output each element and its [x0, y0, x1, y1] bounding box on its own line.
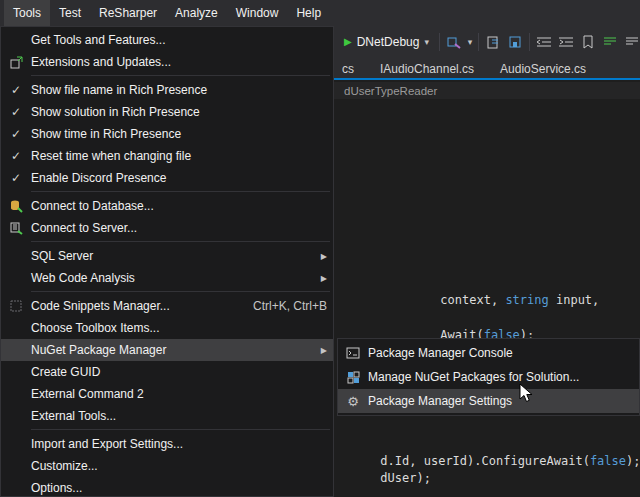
submenu-item-package-manager-settings[interactable]: ⚙ Package Manager Settings	[338, 389, 639, 413]
console-icon	[338, 347, 368, 359]
menu-item-label: Extensions and Updates...	[31, 55, 327, 69]
menu-item-enable-discord-presence[interactable]: ✓ Enable Discord Presence	[1, 167, 333, 189]
submenu-item-manage-nuget-packages[interactable]: Manage NuGet Packages for Solution...	[338, 365, 639, 389]
code-text: context,	[440, 293, 505, 307]
menu-item-options[interactable]: Options...	[1, 477, 333, 497]
menu-item-nuget-package-manager[interactable]: NuGet Package Manager ▶	[1, 339, 333, 361]
menu-item-web-code-analysis[interactable]: Web Code Analysis ▶	[1, 267, 333, 289]
bookmark-icon[interactable]	[580, 33, 596, 51]
menu-item-extensions-and-updates[interactable]: Extensions and Updates...	[1, 51, 333, 73]
submenu-item-label: Package Manager Settings	[368, 394, 633, 408]
open-file-icon[interactable]	[485, 33, 501, 51]
menu-item-external-tools[interactable]: External Tools...	[1, 405, 333, 427]
menu-item-import-export-settings[interactable]: Import and Export Settings...	[1, 433, 333, 455]
menu-item-label: Connect to Server...	[31, 221, 327, 235]
checkmark-icon: ✓	[1, 83, 31, 97]
menu-item-label: Web Code Analysis	[31, 271, 313, 285]
tab-iaudiochannel[interactable]: IAudioChannel.cs	[380, 62, 474, 76]
tools-menu: Get Tools and Features... Extensions and…	[0, 26, 334, 497]
gear-icon: ⚙	[338, 394, 368, 409]
menu-item-customize[interactable]: Customize...	[1, 455, 333, 477]
submenu-item-package-manager-console[interactable]: Package Manager Console	[338, 341, 639, 365]
menu-item-label: External Command 2	[31, 387, 327, 401]
menu-item-get-tools-and-features[interactable]: Get Tools and Features...	[1, 29, 333, 51]
database-icon	[1, 199, 31, 213]
menu-separator	[31, 241, 330, 242]
comment-icon[interactable]	[602, 33, 618, 51]
menu-item-label: Reset time when changing file	[31, 149, 327, 163]
menu-item-choose-toolbox-items[interactable]: Choose Toolbox Items...	[1, 317, 333, 339]
breadcrumb-member[interactable]: dUserTypeReader	[344, 85, 437, 97]
code-snippets-icon	[1, 300, 31, 312]
tab-partial[interactable]: cs	[342, 62, 354, 76]
menu-item-label: Get Tools and Features...	[31, 33, 327, 47]
save-all-icon[interactable]	[507, 33, 523, 51]
menu-item-code-snippets-manager[interactable]: Code Snippets Manager... Ctrl+K, Ctrl+B	[1, 295, 333, 317]
menubar-item-analyze[interactable]: Analyze	[166, 0, 227, 26]
toolbar-separator	[439, 33, 440, 51]
menu-item-label: Show time in Rich Presence	[31, 127, 327, 141]
chevron-down-icon[interactable]: ▾	[468, 37, 473, 47]
menu-item-label: Create GUID	[31, 365, 327, 379]
menu-item-reset-time-changing-file[interactable]: ✓ Reset time when changing file	[1, 145, 333, 167]
server-icon	[1, 221, 31, 235]
menu-item-show-solution-rich-presence[interactable]: ✓ Show solution in Rich Presence	[1, 101, 333, 123]
toolbar-separator	[478, 33, 479, 51]
menu-item-external-command-2[interactable]: External Command 2	[1, 383, 333, 405]
nuget-submenu: Package Manager Console Manage NuGet Pac…	[337, 338, 640, 416]
run-config-dropdown[interactable]: ▶ DNetDebug ▾	[340, 33, 433, 51]
menubar-item-help[interactable]: Help	[287, 0, 330, 26]
menu-item-create-guid[interactable]: Create GUID	[1, 361, 333, 383]
start-debug-icon[interactable]: ▶	[344, 36, 352, 47]
checkmark-icon: ✓	[1, 127, 31, 141]
indent-icon[interactable]	[558, 33, 574, 51]
toolbar-separator	[529, 33, 530, 51]
submenu-arrow-icon: ▶	[313, 252, 327, 261]
nuget-packages-icon	[338, 371, 368, 384]
menu-item-show-time-rich-presence[interactable]: ✓ Show time in Rich Presence	[1, 123, 333, 145]
submenu-item-label: Manage NuGet Packages for Solution...	[368, 370, 633, 384]
menu-item-label: Enable Discord Presence	[31, 171, 327, 185]
menu-separator	[31, 75, 330, 76]
menu-item-label: Import and Export Settings...	[31, 437, 327, 451]
checkmark-icon: ✓	[1, 105, 31, 119]
attach-to-process-icon[interactable]	[446, 33, 462, 51]
code-text: input,	[549, 293, 600, 307]
tab-audioservice[interactable]: AudioService.cs	[500, 62, 586, 76]
code-keyword: false	[590, 454, 626, 468]
menu-item-connect-to-server[interactable]: Connect to Server...	[1, 217, 333, 239]
menu-item-label: SQL Server	[31, 249, 313, 263]
menubar-item-resharper[interactable]: ReSharper	[90, 0, 166, 26]
code-fragment: se);	[337, 485, 409, 497]
menu-item-sql-server[interactable]: SQL Server ▶	[1, 245, 333, 267]
menu-item-label: Code Snippets Manager...	[31, 299, 235, 313]
menu-item-show-file-name-rich-presence[interactable]: ✓ Show file name in Rich Presence	[1, 79, 333, 101]
menu-item-connect-to-database[interactable]: Connect to Database...	[1, 195, 333, 217]
menu-item-label: Customize...	[31, 459, 327, 473]
code-text: dUser);	[380, 471, 431, 485]
menu-item-label: Connect to Database...	[31, 199, 327, 213]
chevron-down-icon[interactable]: ▾	[424, 37, 429, 47]
menu-item-label: Choose Toolbox Items...	[31, 321, 327, 335]
extensions-icon	[1, 56, 31, 69]
menu-item-label: External Tools...	[31, 409, 327, 423]
menu-item-label: Options...	[31, 481, 327, 495]
code-keyword: string	[505, 293, 548, 307]
menu-item-label: Show solution in Rich Presence	[31, 105, 327, 119]
menu-item-label: NuGet Package Manager	[31, 343, 313, 357]
menubar-item-tools[interactable]: Tools	[4, 0, 50, 26]
menu-item-label: Show file name in Rich Presence	[31, 83, 327, 97]
uncomment-icon[interactable]	[624, 33, 640, 51]
submenu-arrow-icon: ▶	[313, 274, 327, 283]
mouse-cursor	[519, 383, 535, 405]
menubar-item-test[interactable]: Test	[50, 0, 90, 26]
checkmark-icon: ✓	[1, 149, 31, 163]
outdent-icon[interactable]	[536, 33, 552, 51]
menu-separator	[31, 191, 330, 192]
menu-item-shortcut: Ctrl+K, Ctrl+B	[253, 299, 327, 313]
menubar: Tools Test ReSharper Analyze Window Help	[0, 0, 640, 26]
menu-separator	[31, 429, 330, 430]
submenu-arrow-icon: ▶	[313, 346, 327, 355]
menubar-item-window[interactable]: Window	[227, 0, 288, 26]
menu-separator	[31, 291, 330, 292]
